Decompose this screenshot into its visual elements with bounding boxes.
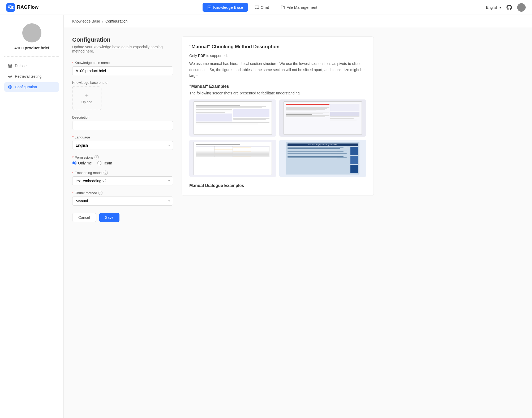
breadcrumb-parent-link[interactable]: Knowledge Base (72, 19, 100, 23)
permission-team-label: Team (103, 161, 112, 165)
retrieval-testing-label: Retrieval testing (15, 74, 41, 79)
permission-team[interactable]: Team (97, 161, 112, 165)
kb-photo-group: Knowledge base photo + Upload (72, 81, 173, 110)
example-image-2 (279, 99, 366, 137)
manual-handling-mock: Manual Handling Operations Regulations 1… (286, 142, 360, 175)
github-icon[interactable] (505, 4, 513, 11)
examples-title: "Manual" Examples (189, 84, 366, 89)
example-image-4: Manual Handling Operations Regulations 1… (279, 140, 366, 177)
permission-team-radio[interactable] (97, 161, 101, 165)
breadcrumb-current: Configuration (105, 19, 127, 23)
file-management-nav-icon (281, 5, 285, 10)
chunk-method-select-wrap: Manual General Q&A Table Paper Book Laws… (72, 197, 173, 206)
config-panel: Configuration Update your knowledge base… (64, 28, 382, 230)
kb-photo-label: Knowledge base photo (72, 81, 173, 85)
embedding-model-label: * Embedding model ? (72, 171, 173, 175)
language-label: English (486, 5, 498, 10)
permissions-hint-icon: ? (95, 155, 99, 159)
permission-only-me[interactable]: Only me (72, 161, 92, 165)
mh-content (288, 147, 358, 173)
kb-name-group: * Knowledge base name (72, 61, 173, 75)
permissions-label: * Permissions ? (72, 155, 173, 159)
mh-title: Manual Handling Operations Regulations 1… (288, 143, 358, 146)
examples-subtitle: The following screenshots are presented … (189, 91, 366, 95)
kb-name-input[interactable] (72, 66, 173, 75)
config-header: Configuration Update your knowledge base… (72, 36, 173, 53)
permission-only-me-label: Only me (78, 161, 92, 165)
mh-text-column (288, 147, 350, 173)
nav-center: Knowledge Base Chat File Management (203, 3, 322, 12)
doc-mock-2 (284, 101, 362, 135)
form-actions: Cancel Save (72, 213, 173, 222)
cancel-button[interactable]: Cancel (72, 213, 96, 222)
dataset-label: Dataset (15, 64, 28, 68)
sidebar-item-retrieval-testing[interactable]: Retrieval testing (4, 72, 59, 81)
config-right-panel: "Manual" Chunking Method Description Onl… (182, 36, 374, 222)
kb-name-label: * Knowledge base name (72, 61, 173, 65)
nav-file-management[interactable]: File Management (276, 3, 322, 12)
chunk-method-group: * Chunk method ? Manual General Q&A Tabl… (72, 191, 173, 206)
embedding-model-group: * Embedding model ? text-embedding-v2 ▾ (72, 171, 173, 185)
doc-mock-1 (194, 101, 272, 135)
config-form: Configuration Update your knowledge base… (72, 36, 173, 222)
svg-rect-0 (6, 3, 15, 12)
chunking-method-title: "Manual" Chunking Method Description (189, 44, 366, 50)
chunk-method-hint-icon: ? (98, 191, 102, 195)
mh-image-column (350, 147, 358, 173)
knowledge-base-nav-icon (207, 5, 212, 10)
doc-mock-3 (194, 142, 272, 175)
permissions-options: Only me Team (72, 161, 173, 165)
sidebar-item-dataset[interactable]: Dataset (4, 61, 59, 71)
chunk-method-label: * Chunk method ? (72, 191, 173, 195)
page-layout: A100 product brief Dataset (0, 15, 532, 418)
svg-point-6 (10, 76, 11, 77)
embedding-model-select[interactable]: text-embedding-v2 (72, 176, 173, 185)
kb-sidebar-title: A100 product brief (14, 46, 49, 50)
sidebar-divider (4, 56, 59, 57)
description-group: Description (72, 115, 173, 130)
language-select[interactable]: English Chinese Japanese Korean (72, 141, 173, 150)
save-button[interactable]: Save (99, 213, 119, 222)
chunking-description: We assume manual has hierarchical sectio… (189, 61, 366, 79)
language-select-wrap: English Chinese Japanese Korean ▾ (72, 141, 173, 150)
svg-rect-4 (8, 67, 12, 67)
language-group: * Language English Chinese Japanese Kore… (72, 135, 173, 150)
configuration-label: Configuration (15, 85, 37, 89)
example-grid: Manual Handling Operations Regulations 1… (189, 99, 366, 177)
config-subtitle: Update your knowledge base details espec… (72, 45, 173, 53)
sidebar-item-configuration[interactable]: Configuration (4, 82, 59, 92)
user-avatar[interactable] (517, 3, 526, 12)
chat-nav-label: Chat (261, 5, 269, 10)
example-image-3 (189, 140, 276, 177)
config-icon (8, 85, 12, 89)
permission-only-me-radio[interactable] (72, 161, 76, 165)
chat-nav-icon (255, 5, 259, 10)
sidebar-menu: Dataset Retrieval testing Conf (4, 61, 59, 92)
nav-chat[interactable]: Chat (250, 3, 274, 12)
svg-point-5 (9, 75, 12, 78)
ragflow-logo-icon (6, 3, 15, 12)
chevron-down-icon: ▾ (499, 5, 501, 10)
upload-plus-icon: + (85, 93, 89, 99)
knowledge-base-nav-label: Knowledge Base (213, 5, 243, 10)
description-input[interactable] (72, 121, 173, 130)
config-title: Configuration (72, 36, 173, 43)
language-selector[interactable]: English ▾ (486, 5, 501, 10)
doc-table (196, 146, 269, 157)
example-image-1 (189, 99, 276, 137)
right-panel-content: "Manual" Chunking Method Description Onl… (182, 36, 374, 196)
file-management-nav-label: File Management (286, 5, 317, 10)
nav-knowledge-base[interactable]: Knowledge Base (203, 3, 248, 12)
embedding-model-select-wrap: text-embedding-v2 ▾ (72, 176, 173, 185)
dataset-icon (8, 64, 12, 68)
upload-label: Upload (81, 100, 92, 104)
nav-right: English ▾ (486, 3, 526, 12)
upload-box[interactable]: + Upload (72, 86, 101, 110)
dialogue-section-title: Manual Dialogue Examples (189, 183, 366, 188)
logo-area: RAGFlow (6, 3, 38, 12)
chunk-method-select[interactable]: Manual General Q&A Table Paper Book Laws… (72, 197, 173, 206)
language-label: * Language (72, 135, 173, 139)
top-navigation: RAGFlow Knowledge Base Chat File Managem… (0, 0, 532, 15)
permissions-group: * Permissions ? Only me Team (72, 155, 173, 165)
retrieval-icon (8, 74, 12, 79)
